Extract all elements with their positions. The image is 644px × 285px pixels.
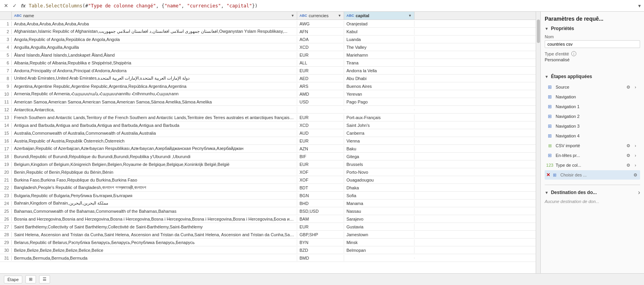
step-nav-btn[interactable]: › — [632, 142, 639, 149]
cell-name[interactable]: Afghanistan,Islamic Republic of Afghanis… — [12, 28, 297, 35]
step-item-nav3[interactable]: ⊞ Navigation 3 — [545, 121, 640, 131]
cell-currencies[interactable]: BSD,USD — [297, 208, 344, 214]
cell-name[interactable]: Saint Helena, Ascension and Tristan da C… — [12, 232, 297, 238]
cell-currencies[interactable] — [297, 109, 344, 110]
close-formula-icon[interactable]: ✕ — [2, 2, 9, 9]
cell-currencies[interactable]: AMD — [297, 91, 344, 97]
cell-currencies[interactable]: BGN — [297, 192, 344, 199]
cell-name[interactable]: Azerbaijan,Republic of Azerbajcan,Azərba… — [12, 145, 297, 152]
cell-capital[interactable]: The Valley — [344, 44, 414, 50]
step-item-csv[interactable]: ⊞ CSV importé ⚙› — [545, 141, 640, 150]
cell-capital[interactable]: Kabul — [344, 28, 414, 35]
cell-currencies[interactable]: BIF — [297, 153, 344, 160]
cell-currencies[interactable]: AOA — [297, 36, 344, 43]
cell-capital[interactable]: Baku — [344, 146, 414, 152]
step-item-nav4[interactable]: ⊞ Navigation 4 — [545, 131, 640, 141]
cell-capital[interactable]: Andorra la Vella — [344, 68, 414, 74]
cell-currencies[interactable]: ARS — [297, 83, 344, 89]
cell-name[interactable]: Belize,Belize,Belize,Belize,Belize,Belic… — [12, 247, 297, 253]
check-formula-icon[interactable]: ✓ — [11, 2, 18, 9]
cell-currencies[interactable]: BAM — [297, 216, 344, 222]
cell-capital[interactable]: Brussels — [344, 161, 414, 167]
cell-capital[interactable]: Pago Pago — [344, 99, 414, 105]
cell-capital[interactable]: Manama — [344, 200, 414, 207]
cell-name[interactable]: Anguilla,Anguilla,Anguilla,Anguilla — [12, 44, 297, 50]
scroll-track[interactable] — [536, 12, 540, 273]
cell-name[interactable]: Burundi,Republic of Burundi,République d… — [12, 153, 297, 160]
cell-capital[interactable]: Abu Dhabi — [344, 75, 414, 82]
cell-capital[interactable]: Mariehamn — [344, 52, 414, 58]
step-item-nav1[interactable]: ⊞ Navigation 1 — [545, 102, 640, 111]
scroll-thumb[interactable] — [537, 20, 540, 43]
cell-name[interactable]: Aruba,Aruba,Aruba,Aruba,Aruba,Aruba — [12, 21, 297, 27]
cell-currencies[interactable]: XOF — [297, 177, 344, 183]
cell-currencies[interactable]: AFN — [297, 28, 344, 35]
cell-capital[interactable] — [344, 257, 414, 259]
cell-currencies[interactable]: EUR — [297, 52, 344, 58]
cell-currencies[interactable]: EUR — [297, 68, 344, 74]
cell-name[interactable]: Australia,Commonwealth of Australia,Comm… — [12, 130, 297, 136]
step-nav-btn[interactable]: › — [632, 152, 639, 159]
cell-currencies[interactable]: AED — [297, 75, 344, 82]
steps-section-header[interactable]: ▼ Étapes appliquées — [545, 74, 640, 79]
cell-capital[interactable]: Luanda — [344, 36, 414, 43]
cell-currencies[interactable]: BDT — [297, 185, 344, 191]
cell-currencies[interactable]: EUR — [297, 224, 344, 230]
step-settings-btn[interactable]: ⚙ — [625, 142, 631, 149]
col-header-name[interactable]: ABC name ▼ — [12, 12, 297, 20]
cell-currencies[interactable]: XCD — [297, 122, 344, 128]
cell-currencies[interactable]: BYN — [297, 239, 344, 246]
cell-capital[interactable] — [344, 109, 414, 110]
properties-section-header[interactable]: ▼ Propriétés — [545, 26, 640, 31]
destination-expand-icon[interactable]: › — [638, 189, 640, 196]
step-item-type[interactable]: 123 Type de col... ⚙› — [545, 160, 640, 170]
col-header-currencies[interactable]: ABC currencies ▼ — [297, 12, 344, 20]
cell-currencies[interactable]: BHD — [297, 200, 344, 207]
cell-currencies[interactable]: XCD — [297, 44, 344, 50]
step-item-choose[interactable]: ✕ ⊞ Choisir des ... ⚙ — [545, 170, 640, 180]
cell-currencies[interactable]: ALL — [297, 60, 344, 66]
cell-name[interactable]: Åland Islands,Åland Islands,Landskapet Å… — [12, 52, 297, 58]
col-header-capital[interactable]: ABC capital ▼ — [344, 12, 414, 20]
cell-currencies[interactable]: GBP,SHP — [297, 232, 344, 238]
etape-button[interactable]: Étape — [4, 276, 22, 283]
cell-name[interactable]: Antigua and Barbuda,Antigua and Barbuda,… — [12, 122, 297, 128]
col-currencies-dropdown-icon[interactable]: ▼ — [338, 14, 341, 18]
cell-name[interactable]: Bangladesh,People's Republic of Banglade… — [12, 184, 297, 191]
step-nav-btn[interactable]: › — [632, 84, 639, 90]
cell-capital[interactable]: Tirana — [344, 60, 414, 66]
cell-name[interactable]: Armenia,Republic of Armenia,Հայաստան,Հայ… — [12, 91, 297, 97]
nom-input[interactable] — [545, 40, 640, 48]
cell-capital[interactable]: Jamestown — [344, 232, 414, 238]
cell-capital[interactable]: Sarajevo — [344, 216, 414, 222]
cell-name[interactable]: Andorra,Principality of Andorra,Principa… — [12, 68, 297, 74]
cell-capital[interactable]: Gustavia — [344, 224, 414, 230]
cell-capital[interactable]: Vienna — [344, 138, 414, 144]
cell-capital[interactable]: Canberra — [344, 130, 414, 136]
step-settings-btn[interactable]: ⚙ — [625, 84, 631, 90]
cell-capital[interactable]: Minsk — [344, 239, 414, 246]
entity-type-info-icon[interactable]: i — [571, 51, 576, 56]
step-item-nav2[interactable]: ⊞ Navigation 2 — [545, 112, 640, 121]
step-nav-btn[interactable]: › — [632, 162, 639, 168]
cell-name[interactable]: Belarus,Republic of Belarus,Рэспубліка Б… — [12, 239, 297, 246]
step-settings-btn[interactable]: ⚙ — [625, 162, 631, 168]
cell-name[interactable]: Austria,Republic of Austria,Republik Öst… — [12, 138, 297, 144]
cell-capital[interactable]: Porto-Novo — [344, 169, 414, 175]
cell-capital[interactable]: Gitega — [344, 153, 414, 160]
destination-section-header[interactable]: ▼ Destination des do... › — [545, 189, 640, 196]
cell-capital[interactable]: Dhaka — [344, 185, 414, 191]
step-item-source[interactable]: ⊞ Source ⚙› — [545, 82, 640, 92]
cell-capital[interactable]: Ouagadougou — [344, 177, 414, 183]
cell-name[interactable]: Angola,Republic of Angola,República de A… — [12, 36, 297, 43]
cell-name[interactable]: Argentina,Argentine Republic,Argentine R… — [12, 83, 297, 89]
cell-name[interactable]: Burkina Faso,Burkina Faso,République du … — [12, 177, 297, 183]
step-settings-btn[interactable]: ⚙ — [625, 152, 631, 159]
cell-capital[interactable]: Sofia — [344, 192, 414, 199]
cell-capital[interactable]: Oranjestad — [344, 21, 414, 27]
cell-name[interactable]: Bermuda,Bermuda,Bermuda,Bermuda — [12, 255, 297, 261]
cell-currencies[interactable]: XOF — [297, 169, 344, 175]
column-view-button[interactable]: ☰ — [39, 275, 50, 283]
cell-currencies[interactable]: EUR — [297, 114, 344, 121]
cell-name[interactable]: United Arab Emirates,United Arab Emirate… — [12, 75, 297, 82]
